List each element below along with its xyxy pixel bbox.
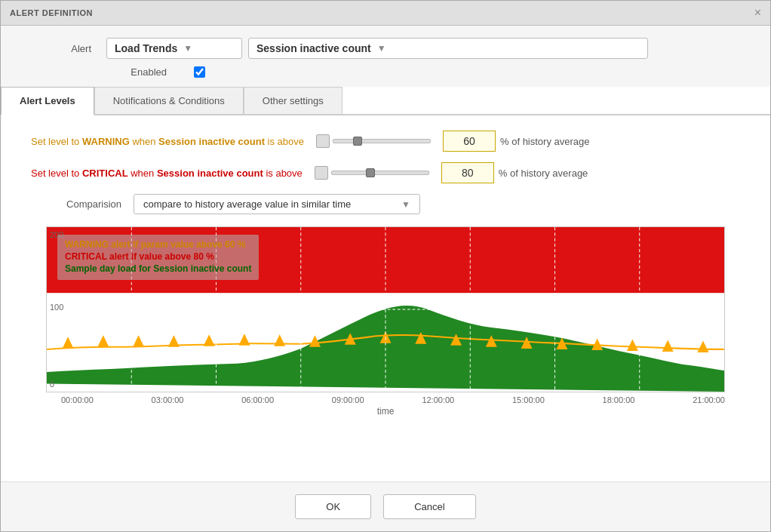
x-label-1: 03:00:00	[152, 395, 184, 404]
metric-arrow-icon: ▼	[377, 43, 386, 54]
x-label-0: 00:00:00	[61, 395, 94, 404]
alert-definition-dialog: ALERT DEFINITION × Alert Load Trends ▼ S…	[0, 0, 771, 532]
legend-critical: CRITICAL alert if value above 80 %	[65, 251, 251, 262]
x-label-6: 18:00:00	[603, 395, 635, 404]
warning-value-input[interactable]	[443, 131, 496, 152]
enabled-label: Enabled	[106, 66, 167, 78]
ok-button[interactable]: OK	[295, 494, 371, 519]
metric-dropdown[interactable]: Session inactive count ▼	[248, 38, 648, 59]
chart-legend: WARNING alert if param value above 60 % …	[57, 235, 259, 280]
alert-type-arrow-icon: ▼	[183, 43, 192, 54]
y-label-0: 0	[50, 380, 54, 389]
x-label-4: 12:00:00	[422, 395, 454, 404]
alert-label: Alert	[31, 43, 91, 54]
legend-sample: Sample day load for Session inactive cou…	[65, 263, 251, 274]
comparison-arrow-icon: ▼	[401, 199, 410, 210]
alert-form-row: Alert Load Trends ▼ Session inactive cou…	[31, 38, 740, 59]
alert-type-dropdown[interactable]: Load Trends ▼	[106, 38, 242, 59]
dropdown-group: Load Trends ▼ Session inactive count ▼	[106, 38, 648, 59]
critical-alert-row: Set level to CRITICAL when Session inact…	[31, 162, 740, 183]
tab-alert-levels[interactable]: Alert Levels	[1, 87, 94, 115]
warning-slider-thumb	[353, 137, 362, 146]
form-section: Alert Load Trends ▼ Session inactive cou…	[1, 26, 770, 84]
critical-slider-container	[315, 166, 429, 180]
comparison-row: Comparision compare to history average v…	[31, 194, 740, 214]
cancel-button[interactable]: Cancel	[383, 494, 475, 519]
comparison-value: compare to history average value in simi…	[143, 198, 351, 210]
enabled-checkbox[interactable]	[194, 66, 205, 78]
warning-slider-container	[316, 134, 431, 148]
tab-other-settings[interactable]: Other settings	[244, 87, 342, 115]
tab-content-alert-levels: Set level to WARNING when Session inacti…	[1, 115, 770, 481]
metric-value: Session inactive count	[256, 42, 371, 54]
warning-prefix: Set level to WARNING when Session inacti…	[31, 136, 304, 147]
x-label-7: 21:00:00	[693, 395, 725, 404]
critical-slider-toggle[interactable]	[315, 166, 328, 180]
enabled-row: Enabled	[31, 66, 740, 78]
warning-slider-toggle[interactable]	[316, 134, 330, 148]
critical-slider-track[interactable]	[331, 171, 429, 175]
dialog-title: ALERT DEFINITION	[10, 8, 93, 17]
close-button[interactable]: ×	[754, 7, 761, 19]
legend-warning: WARNING alert if param value above 60 %	[65, 239, 251, 250]
comparison-label: Comparision	[31, 198, 121, 210]
x-label-5: 15:00:00	[512, 395, 545, 404]
x-label-3: 09:00:00	[332, 395, 364, 404]
warning-slider-track[interactable]	[333, 139, 431, 143]
tab-notifications[interactable]: Notifications & Conditions	[94, 87, 244, 115]
chart-xaxis: 00:00:00 03:00:00 06:00:00 09:00:00 12:0…	[31, 392, 740, 404]
warning-history-text: % of history average	[500, 136, 590, 147]
critical-slider-thumb	[366, 168, 375, 177]
dialog-header: ALERT DEFINITION ×	[1, 1, 770, 26]
critical-prefix: Set level to CRITICAL when Session inact…	[31, 168, 303, 179]
critical-history-text: % of history average	[499, 168, 588, 179]
dialog-footer: OK Cancel	[1, 481, 770, 531]
tab-bar: Alert Levels Notifications & Conditions …	[1, 87, 770, 115]
chart-x-title: time	[31, 406, 740, 417]
x-label-2: 06:00:00	[241, 395, 274, 404]
dialog-body: Alert Load Trends ▼ Session inactive cou…	[1, 26, 770, 481]
alert-type-value: Load Trends	[115, 42, 177, 54]
y-label-100: 100	[50, 303, 63, 312]
warning-alert-row: Set level to WARNING when Session inacti…	[31, 131, 740, 152]
comparison-dropdown[interactable]: compare to history average value in simi…	[134, 194, 420, 214]
chart-area: 200 100 0 WARNING alert if param value a…	[46, 226, 725, 392]
critical-value-input[interactable]	[441, 162, 494, 183]
